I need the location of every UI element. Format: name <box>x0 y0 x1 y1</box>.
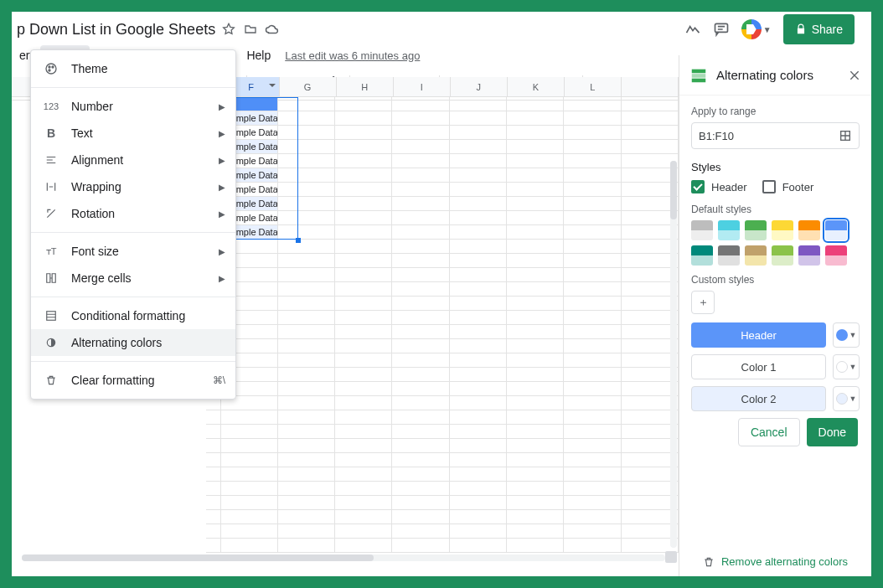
cell[interactable] <box>278 154 335 168</box>
cell[interactable] <box>278 353 335 368</box>
cell[interactable] <box>564 254 621 268</box>
cell[interactable] <box>278 339 335 353</box>
cell[interactable] <box>392 111 449 126</box>
cell[interactable] <box>278 439 335 453</box>
cell[interactable] <box>450 524 507 539</box>
cell[interactable] <box>392 539 449 553</box>
cell[interactable] <box>392 297 449 311</box>
cell[interactable] <box>335 211 392 225</box>
vertical-scrollbar[interactable] <box>670 161 677 548</box>
cell[interactable] <box>335 353 392 368</box>
cell[interactable] <box>450 368 507 382</box>
menu-text[interactable]: BText▶ <box>31 120 235 147</box>
cell[interactable] <box>392 197 449 211</box>
cell[interactable] <box>450 183 507 197</box>
cell[interactable] <box>564 496 621 510</box>
cell[interactable] <box>564 311 621 325</box>
range-input[interactable]: B1:F10 <box>691 122 860 149</box>
cell[interactable] <box>507 353 564 368</box>
cell[interactable] <box>392 168 449 183</box>
cell[interactable] <box>564 168 621 183</box>
cell[interactable] <box>450 353 507 368</box>
cell[interactable] <box>450 168 507 183</box>
cell[interactable] <box>507 254 564 268</box>
color2-picker[interactable]: ▼ <box>833 386 860 411</box>
cell[interactable] <box>278 410 335 425</box>
cell[interactable] <box>450 382 507 396</box>
cell[interactable] <box>507 482 564 496</box>
footer-checkbox[interactable]: Footer <box>762 180 814 193</box>
add-custom-style[interactable]: ＋ <box>691 291 715 314</box>
cell[interactable] <box>278 482 335 496</box>
cell[interactable] <box>278 126 335 140</box>
cell[interactable] <box>335 396 392 410</box>
cell[interactable] <box>392 154 449 168</box>
cell[interactable] <box>507 325 564 339</box>
cell[interactable] <box>564 297 621 311</box>
cell[interactable] <box>206 467 221 482</box>
cell[interactable] <box>450 396 507 410</box>
cell[interactable] <box>335 282 392 297</box>
cell[interactable] <box>450 482 507 496</box>
cell[interactable] <box>507 126 564 140</box>
menu-help[interactable]: Help <box>240 45 276 65</box>
column-header[interactable]: H <box>337 77 394 96</box>
color1-picker[interactable]: ▼ <box>833 354 860 379</box>
done-button[interactable]: Done <box>807 418 858 446</box>
cell[interactable] <box>335 382 392 396</box>
cell[interactable] <box>206 510 221 524</box>
cell[interactable] <box>335 325 392 339</box>
cell[interactable] <box>450 510 507 524</box>
cell[interactable] <box>278 539 335 553</box>
cell[interactable] <box>392 240 449 254</box>
cell[interactable] <box>564 240 621 254</box>
menu-alternating[interactable]: Alternating colors <box>31 329 235 356</box>
star-icon[interactable] <box>220 21 237 38</box>
cell[interactable] <box>507 268 564 282</box>
cell[interactable] <box>335 368 392 382</box>
cell[interactable] <box>392 97 449 111</box>
cell[interactable] <box>564 353 621 368</box>
cell[interactable] <box>450 325 507 339</box>
cell[interactable] <box>392 425 449 439</box>
selection-handle[interactable] <box>296 238 301 243</box>
cell[interactable] <box>564 524 621 539</box>
cell[interactable] <box>335 268 392 282</box>
cell[interactable] <box>450 539 507 553</box>
cell[interactable] <box>278 368 335 382</box>
cell[interactable] <box>507 211 564 225</box>
cell[interactable] <box>335 240 392 254</box>
cell[interactable] <box>564 425 621 439</box>
document-title[interactable]: p Down List in Google Sheets <box>17 21 215 39</box>
cell[interactable] <box>564 396 621 410</box>
menu-theme[interactable]: Theme <box>31 55 235 82</box>
cell[interactable] <box>278 240 335 254</box>
cell[interactable] <box>206 496 221 510</box>
cell[interactable] <box>335 311 392 325</box>
cell[interactable] <box>392 482 449 496</box>
cell[interactable] <box>221 539 277 553</box>
share-button[interactable]: Share <box>783 14 855 44</box>
cell[interactable] <box>564 282 621 297</box>
cell[interactable] <box>450 254 507 268</box>
cell[interactable] <box>450 140 507 154</box>
cell[interactable] <box>335 183 392 197</box>
cell[interactable] <box>564 453 621 467</box>
menu-merge[interactable]: Merge cells▶ <box>31 265 235 291</box>
cell[interactable] <box>507 410 564 425</box>
cell[interactable] <box>450 211 507 225</box>
column-header[interactable]: I <box>394 77 451 96</box>
cell[interactable] <box>278 382 335 396</box>
cell[interactable] <box>335 482 392 496</box>
cell[interactable] <box>392 140 449 154</box>
cell[interactable] <box>450 97 507 111</box>
column-header[interactable]: G <box>280 77 337 96</box>
column-header[interactable]: L <box>565 77 622 96</box>
cell[interactable] <box>507 282 564 297</box>
cell[interactable] <box>564 126 621 140</box>
cell[interactable] <box>450 268 507 282</box>
cell[interactable] <box>278 197 335 211</box>
cell[interactable] <box>278 168 335 183</box>
cell[interactable] <box>335 467 392 482</box>
cell[interactable] <box>221 410 277 425</box>
